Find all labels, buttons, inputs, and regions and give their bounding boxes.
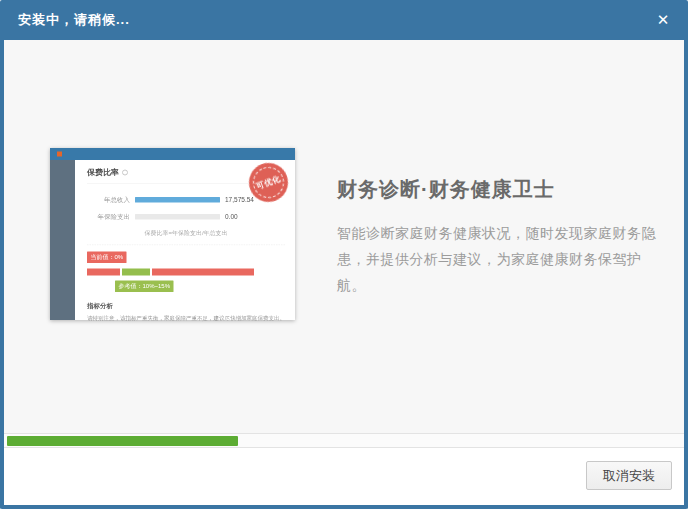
analysis-text: 请特别注意，该指标严重失衡，家庭保障严重不足，建议尽快增加家庭保费支出。 (87, 314, 285, 322)
preview-mini-window: 保费比率 可优化 年总收入 17,575.54 (50, 148, 295, 320)
install-progress-track (4, 433, 684, 448)
cancel-install-button[interactable]: 取消安装 (586, 461, 672, 490)
metric-value: 17,575.54 (225, 196, 254, 204)
preview-sidebar (50, 160, 75, 320)
installer-window: 安装中，请稍候... ✕ 保费比率 可优化 (0, 0, 688, 509)
dashed-divider (87, 245, 285, 246)
metric-rows: 年总收入 17,575.54 年保险支出 0.00 (87, 195, 285, 221)
metric-value: 0.00 (225, 213, 238, 221)
feature-description: 智能诊断家庭财务健康状况，随时发现家庭财务隐患，并提供分析与建议，为家庭健康财务… (337, 221, 659, 299)
reference-value-tag: 参考值：10%~15% (115, 281, 174, 293)
content-area: 保费比率 可优化 年总收入 17,575.54 (4, 40, 684, 433)
range-high-segment (152, 269, 254, 276)
feature-preview-card: 保费比率 可优化 年总收入 17,575.54 (50, 148, 295, 320)
metric-label: 年总收入 (87, 195, 135, 204)
metric-row: 年保险支出 0.00 (87, 212, 285, 221)
formula-text: 保费比率=年保险支出/年总支出 (87, 229, 285, 238)
metric-label: 年保险支出 (87, 212, 135, 221)
range-indicator-bar (87, 269, 285, 276)
insurance-bar (135, 214, 220, 220)
income-bar (135, 197, 220, 203)
install-progress-fill (7, 436, 238, 446)
preview-titlebar (50, 148, 295, 160)
title-bar: 安装中，请稍候... ✕ (4, 0, 684, 40)
preview-window-dot (57, 152, 62, 157)
analysis-heading: 指标分析 (87, 301, 285, 310)
close-icon[interactable]: ✕ (650, 8, 676, 32)
range-ok-segment (122, 269, 150, 276)
footer-bar: 取消安装 (4, 448, 684, 505)
help-icon (122, 169, 128, 175)
feature-heading: 财务诊断·财务健康卫士 (337, 176, 667, 203)
current-value-tag: 当前值：0% (87, 252, 127, 264)
window-title: 安装中，请稍候... (18, 11, 130, 29)
range-low-segment (87, 269, 120, 276)
preview-main-panel: 保费比率 可优化 年总收入 17,575.54 (75, 160, 295, 320)
feature-description-block: 财务诊断·财务健康卫士 智能诊断家庭财务健康状况，随时发现家庭财务隐患，并提供分… (337, 176, 667, 299)
